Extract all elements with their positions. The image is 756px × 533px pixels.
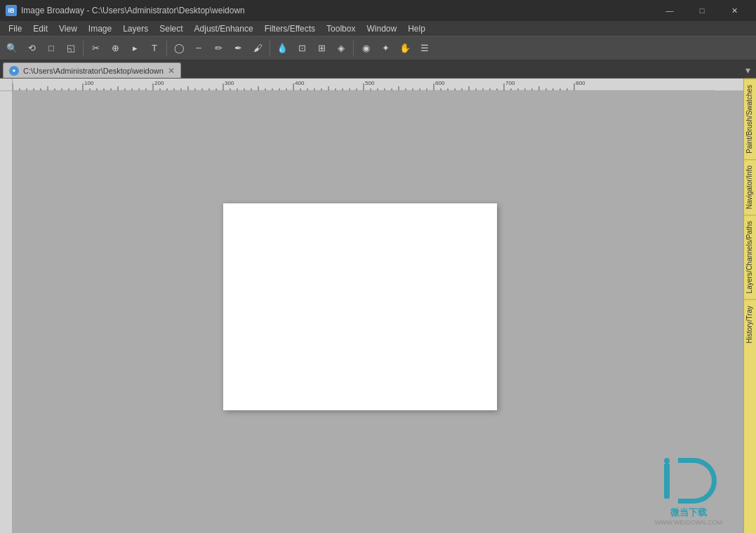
toolbar-separator	[166, 41, 167, 56]
right-tab-2[interactable]: Layers/Channels/Paths	[744, 215, 756, 299]
toolbar-separator	[270, 41, 270, 56]
toolbar-btn-3[interactable]: ◱	[62, 39, 80, 58]
toolbar-btn-5[interactable]: ⊕	[106, 39, 124, 58]
toolbar-btn-12[interactable]: 🖌	[248, 39, 267, 58]
menu-item-toolbox[interactable]: Toolbox	[321, 21, 361, 36]
canvas-inner[interactable]: 微当下载 WWW.WEIDOWN.COM	[13, 91, 743, 533]
toolbar-btn-6[interactable]: ▸	[126, 39, 144, 58]
toolbar-btn-2[interactable]: □	[42, 39, 60, 58]
top-ruler-svg: 100200300400500600700800	[13, 79, 715, 91]
toolbar-btn-7[interactable]: T	[145, 39, 164, 58]
tab-icon: ●	[9, 66, 19, 76]
toolbar-btn-18[interactable]: ✦	[376, 39, 394, 58]
toolbar-btn-19[interactable]: ✋	[396, 39, 414, 58]
close-button[interactable]: ✕	[718, 0, 750, 21]
toolbar-btn-20[interactable]: ☰	[416, 39, 434, 58]
logo	[661, 458, 717, 504]
svg-text:200: 200	[154, 80, 164, 86]
maximize-button[interactable]: □	[686, 0, 718, 21]
toolbar-btn-0[interactable]: 🔍	[3, 39, 21, 58]
svg-text:600: 600	[435, 80, 445, 86]
menu-item-adjust-enhance[interactable]: Adjust/Enhance	[189, 21, 259, 36]
menu-item-layers[interactable]: Layers	[117, 21, 154, 36]
app-icon: IB	[6, 5, 17, 16]
window-controls: — □ ✕	[654, 0, 750, 21]
logo-dot	[664, 458, 670, 464]
right-tab-1[interactable]: Navigator/Info	[744, 159, 756, 215]
tab-scroll-icon[interactable]: ▾	[743, 62, 753, 78]
toolbar-separator	[353, 41, 354, 56]
title-bar: IB Image Broadway - C:\Users\Administrat…	[0, 0, 756, 21]
toolbar-btn-10[interactable]: ✏	[209, 39, 227, 58]
right-panel: Paint/Brush/SwatchesNavigator/InfoLayers…	[743, 79, 756, 533]
svg-text:100: 100	[84, 80, 94, 86]
menu-item-help[interactable]: Help	[402, 21, 431, 36]
window-title: Image Broadway - C:\Users\Administrator\…	[21, 6, 654, 15]
toolbar-btn-9[interactable]: ╌	[190, 39, 208, 58]
left-ruler	[0, 91, 13, 533]
toolbar: 🔍⟲□◱✂⊕▸T◯╌✏✒🖌💧⊡⊞◈◉✦✋☰	[0, 36, 756, 60]
svg-text:300: 300	[225, 80, 234, 86]
toolbar-btn-15[interactable]: ⊞	[312, 39, 331, 58]
menu-item-file[interactable]: File	[3, 21, 27, 36]
menu-item-window[interactable]: Window	[361, 21, 402, 36]
menu-bar: FileEditViewImageLayersSelectAdjust/Enha…	[0, 21, 756, 36]
top-ruler-row: 100200300400500600700800	[0, 79, 743, 91]
watermark: 微当下载 WWW.WEIDOWN.COM	[655, 458, 722, 526]
right-tab-0[interactable]: Paint/Brush/Swatches	[744, 79, 756, 159]
toolbar-btn-8[interactable]: ◯	[170, 39, 188, 58]
brand-name: 微当下载	[670, 506, 707, 519]
svg-text:500: 500	[365, 80, 375, 86]
menu-item-view[interactable]: View	[53, 21, 83, 36]
menu-item-filters-effects[interactable]: Filters/Effects	[259, 21, 321, 36]
menu-item-select[interactable]: Select	[154, 21, 188, 36]
svg-text:700: 700	[505, 80, 515, 86]
minimize-button[interactable]: —	[654, 0, 686, 21]
svg-text:400: 400	[295, 80, 305, 86]
logo-i	[664, 464, 670, 499]
menu-item-edit[interactable]: Edit	[27, 21, 53, 36]
document-canvas[interactable]	[223, 203, 497, 410]
toolbar-btn-1[interactable]: ⟲	[22, 39, 41, 58]
main-area: 100200300400500600700800 微当下载 WWW.WEIDOW…	[0, 79, 756, 533]
toolbar-btn-13[interactable]: 💧	[273, 39, 291, 58]
tab-bar: ● C:\Users\Administrator\Desktop\weidown…	[0, 60, 756, 79]
canvas-area[interactable]: 100200300400500600700800 微当下载 WWW.WEIDOW…	[0, 79, 743, 533]
toolbar-btn-14[interactable]: ⊡	[293, 39, 311, 58]
toolbar-btn-16[interactable]: ◈	[332, 39, 350, 58]
toolbar-btn-11[interactable]: ✒	[229, 39, 247, 58]
right-tab-3[interactable]: History/Tray	[744, 299, 756, 349]
document-tab[interactable]: ● C:\Users\Administrator\Desktop\weidown…	[3, 62, 181, 78]
menu-item-image[interactable]: Image	[83, 21, 117, 36]
top-ruler: 100200300400500600700800	[13, 79, 743, 91]
tab-close-icon[interactable]: ✕	[168, 66, 175, 76]
toolbar-separator	[83, 41, 84, 56]
tab-path: C:\Users\Administrator\Desktop\weidown	[23, 67, 164, 75]
toolbar-btn-4[interactable]: ✂	[86, 39, 105, 58]
left-ruler-svg	[0, 91, 13, 533]
logo-d	[678, 458, 717, 504]
svg-text:800: 800	[576, 80, 585, 86]
ruler-corner	[0, 79, 13, 91]
brand-url: WWW.WEIDOWN.COM	[655, 519, 722, 526]
toolbar-btn-17[interactable]: ◉	[357, 39, 375, 58]
